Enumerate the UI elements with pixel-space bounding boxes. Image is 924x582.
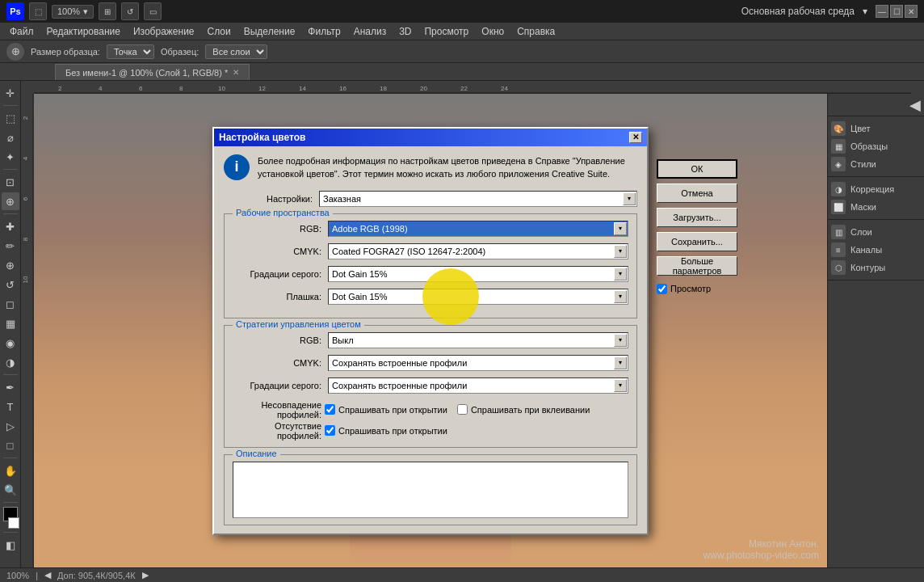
blur-tool[interactable]: ◉ xyxy=(2,334,19,352)
close-button[interactable]: ✕ xyxy=(905,5,918,18)
zoom-tool[interactable]: 🔍 xyxy=(2,481,19,499)
menu-window[interactable]: Окно xyxy=(475,24,510,39)
history-forward-button[interactable]: ▶ xyxy=(142,570,149,580)
preview-checkbox[interactable] xyxy=(657,284,667,294)
crop-tool[interactable]: ⊡ xyxy=(2,173,19,191)
menu-file[interactable]: Файл xyxy=(3,24,40,39)
document-tab[interactable]: Без имени-1 @ 100% (Слой 1, RGB/8) * ✕ xyxy=(55,64,250,80)
settings-row: Настройки: Заказная ▾ xyxy=(224,191,637,207)
preview-row: Просмотр xyxy=(657,284,737,294)
view-mode-icon[interactable]: ⊞ xyxy=(99,2,116,20)
healing-tool[interactable]: ✚ xyxy=(2,217,19,235)
panel-item-layers[interactable]: ▥ Слои xyxy=(831,223,921,241)
panel-item-samples[interactable]: ▦ Образцы xyxy=(831,137,921,155)
zoom-control[interactable]: 100% ▾ xyxy=(52,5,94,19)
size-select[interactable]: Точка xyxy=(107,44,154,59)
menu-help[interactable]: Справка xyxy=(510,24,561,39)
clone-tool[interactable]: ⊕ xyxy=(2,256,19,274)
history-brush-tool[interactable]: ↺ xyxy=(2,276,19,293)
shape-tool[interactable]: □ xyxy=(2,436,19,454)
save-button[interactable]: Сохранить... xyxy=(657,232,737,251)
background-color[interactable] xyxy=(8,517,19,529)
canvas: Настройка цветов ✕ i Более подробная инф… xyxy=(34,94,827,567)
color-icon: 🎨 xyxy=(831,121,846,136)
panel-item-color[interactable]: 🎨 Цвет xyxy=(831,120,921,137)
mode-icon[interactable]: ⬚ xyxy=(29,2,47,20)
dialog-close-button[interactable]: ✕ xyxy=(629,132,642,143)
gradgray-select[interactable]: Dot Gain 15% xyxy=(328,266,628,282)
panel-item-correction[interactable]: ◑ Коррекция xyxy=(831,180,921,198)
panel-item-styles[interactable]: ◈ Стили xyxy=(831,155,921,173)
info-row: i Более подробная информация по настройк… xyxy=(224,154,637,181)
path-select-tool[interactable]: ▷ xyxy=(2,417,19,435)
window-controls[interactable]: — ☐ ✕ xyxy=(876,5,918,18)
brush-tool[interactable]: ✏ xyxy=(2,237,19,255)
maximize-button[interactable]: ☐ xyxy=(890,5,903,18)
hand-tool[interactable]: ✋ xyxy=(2,462,19,479)
quick-mask-tool[interactable]: ◧ xyxy=(2,536,19,554)
panel-item-paths[interactable]: ⬡ Контуры xyxy=(831,259,921,276)
panel-collapse-button[interactable]: ◀ xyxy=(909,96,921,114)
app-title: Основная рабочая среда xyxy=(741,6,855,17)
pen-tool[interactable]: ✒ xyxy=(2,378,19,396)
missing-check-label[interactable]: Спрашивать при открытии xyxy=(325,425,447,436)
gradgray-select-wrapper: Dot Gain 15% ▾ xyxy=(328,266,628,282)
more-params-button[interactable]: Больше параметров xyxy=(657,256,737,276)
history-back-button[interactable]: ◀ xyxy=(44,570,51,580)
cmyk-select[interactable]: Coated FOGRA27 (ISO 12647-2:2004) xyxy=(328,243,628,259)
menu-select[interactable]: Выделение xyxy=(237,24,302,39)
minimize-button[interactable]: — xyxy=(876,5,888,18)
menu-image[interactable]: Изображение xyxy=(127,24,201,39)
marquee-tool[interactable]: ⬚ xyxy=(2,109,19,127)
rotate-icon[interactable]: ↺ xyxy=(121,2,139,20)
mismatch-checkbox2[interactable] xyxy=(457,404,468,415)
correction-icon: ◑ xyxy=(831,182,846,196)
strat-rgb-row: RGB: Выкл ▾ xyxy=(233,332,628,348)
strat-gray-select[interactable]: Сохранять встроенные профили xyxy=(328,377,628,394)
mismatch-checkbox1[interactable] xyxy=(325,404,335,415)
strat-gray-select-wrapper: Сохранять встроенные профили ▾ xyxy=(328,377,628,394)
menu-edit[interactable]: Редактирование xyxy=(40,24,127,39)
eyedropper-icon[interactable]: ⊕ xyxy=(6,43,24,61)
strategies-label: Стратегии управления цветом xyxy=(233,319,364,329)
status-bar: 100% | ◀ Доп: 905,4К/905,4К ▶ xyxy=(0,567,924,582)
sample-select[interactable]: Все слои xyxy=(205,44,267,59)
dialog-titlebar: Настройка цветов ✕ xyxy=(214,129,647,146)
type-tool[interactable]: T xyxy=(2,398,19,415)
move-tool[interactable]: ✛ xyxy=(2,84,19,102)
missing-checkbox[interactable] xyxy=(325,425,335,436)
masks-icon: ⬜ xyxy=(831,200,846,214)
menu-filter[interactable]: Фильтр xyxy=(301,24,346,39)
menu-analysis[interactable]: Анализ xyxy=(347,24,393,39)
mismatch-check1-label[interactable]: Спрашивать при открытии xyxy=(325,404,447,415)
screen-mode-icon[interactable]: ▭ xyxy=(144,2,162,20)
eraser-tool[interactable]: ◻ xyxy=(2,295,19,313)
gradgray-row: Градации серого: Dot Gain 15% ▾ xyxy=(233,266,628,282)
strat-rgb-select[interactable]: Выкл xyxy=(328,332,628,348)
dodge-tool[interactable]: ◑ xyxy=(2,353,19,371)
load-button[interactable]: Загрузить... xyxy=(657,208,737,227)
menu-view[interactable]: Просмотр xyxy=(418,24,475,39)
tab-label: Без имени-1 @ 100% (Слой 1, RGB/8) * xyxy=(65,68,228,78)
menu-3d[interactable]: 3D xyxy=(393,24,418,39)
lasso-tool[interactable]: ⌀ xyxy=(2,129,19,146)
cancel-button[interactable]: Отмена xyxy=(657,183,737,203)
strat-cmyk-select[interactable]: Сохранять встроенные профили xyxy=(328,355,628,371)
svg-text:8: 8 xyxy=(179,85,183,92)
gradient-tool[interactable]: ▦ xyxy=(2,314,19,332)
eyedropper-tool[interactable]: ⊕ xyxy=(2,192,19,210)
rgb-select[interactable]: Adobe RGB (1998) xyxy=(328,221,628,237)
settings-select[interactable]: Заказная xyxy=(319,191,637,207)
svg-text:12: 12 xyxy=(258,85,266,92)
missing-check-text: Спрашивать при открытии xyxy=(338,426,447,436)
panel-item-channels[interactable]: ≡ Каналы xyxy=(831,241,921,259)
ok-button[interactable]: ОК xyxy=(657,159,737,179)
tab-close-button[interactable]: ✕ xyxy=(233,68,239,77)
svg-text:16: 16 xyxy=(339,85,346,92)
mismatch-check2-label[interactable]: Спрашивать при вклеивании xyxy=(457,404,590,415)
plashka-select[interactable]: Dot Gain 15% xyxy=(328,289,628,305)
panel-item-masks[interactable]: ⬜ Маски xyxy=(831,198,921,216)
menu-layers[interactable]: Слои xyxy=(201,24,237,39)
magic-wand-tool[interactable]: ✦ xyxy=(2,148,19,166)
samples-label: Образцы xyxy=(850,141,888,151)
